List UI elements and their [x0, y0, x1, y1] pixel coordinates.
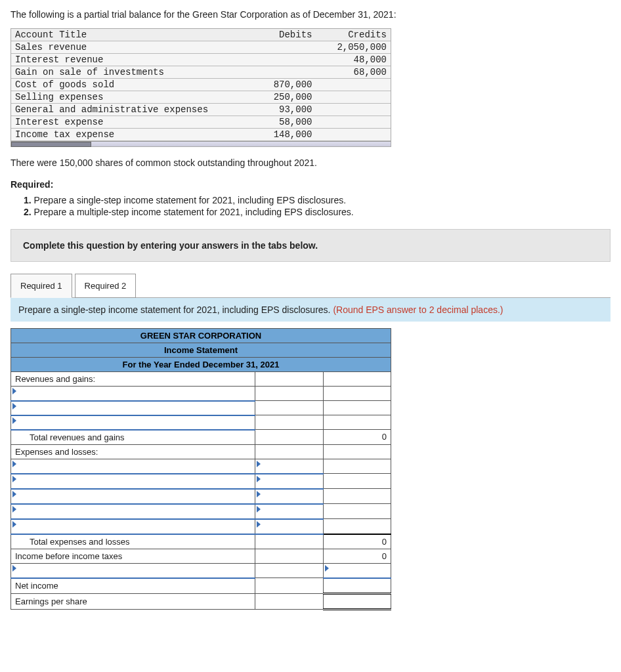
- total-exp-value: 0: [323, 534, 391, 549]
- amount-input[interactable]: [259, 476, 318, 486]
- exp-item-select-5[interactable]: [11, 519, 255, 534]
- col-credits: Credits: [316, 29, 391, 41]
- requirement-1-text: Prepare a single-step income statement f…: [34, 195, 346, 205]
- cell-credit: 2,050,000: [316, 41, 391, 54]
- cell-credit: [316, 91, 391, 104]
- requirement-1: 1. Prepare a single-step income statemen…: [24, 195, 610, 205]
- exp-amt-1[interactable]: [255, 459, 323, 474]
- income-statement-worksheet: GREEN STAR CORPORATION Income Statement …: [11, 328, 391, 610]
- rev-item-select-3[interactable]: [11, 415, 255, 430]
- exp-item-select-3[interactable]: [11, 489, 255, 504]
- income-before-tax-value: 0: [323, 549, 391, 563]
- amount-input[interactable]: [328, 566, 387, 576]
- cell-debit: 148,000: [242, 129, 316, 141]
- row-eps: Earnings per share: [11, 593, 255, 609]
- instruction-main: Prepare a single-step income statement f…: [18, 304, 333, 315]
- rev-item-select-2[interactable]: [11, 401, 255, 415]
- amount-input[interactable]: [259, 507, 318, 516]
- exp-item-select-2[interactable]: [11, 474, 255, 489]
- blank-cell: [323, 459, 391, 474]
- blank-cell: [323, 474, 391, 489]
- exp-amt-3[interactable]: [255, 489, 323, 504]
- rev-amt-2[interactable]: [255, 401, 323, 415]
- cell-credit: 68,000: [316, 66, 391, 79]
- row-income-before-tax: Income before income taxes: [11, 549, 255, 563]
- col-account-title: Account Title: [11, 29, 242, 41]
- row-net-income: Net income: [11, 578, 255, 594]
- blank-cell: [323, 401, 391, 415]
- blank-cell: [323, 504, 391, 519]
- ws-title-period: For the Year Ended December 31, 2021: [11, 358, 391, 372]
- blank-cell: [323, 372, 391, 387]
- amount-input[interactable]: [259, 522, 318, 532]
- tab-instruction: Prepare a single-step income statement f…: [11, 297, 610, 322]
- shares-note: There were 150,000 shares of common stoc…: [11, 156, 610, 170]
- blank-cell: [255, 444, 323, 459]
- table-row: Sales revenue2,050,000: [11, 41, 391, 54]
- exp-amt-4[interactable]: [255, 504, 323, 519]
- cell-title: Cost of goods sold: [11, 79, 242, 91]
- blank-cell: [323, 444, 391, 459]
- rev-amt-1[interactable]: [255, 387, 323, 401]
- cell-debit: 250,000: [242, 91, 316, 104]
- amount-input[interactable]: [259, 388, 318, 398]
- table-row: General and administrative expenses93,00…: [11, 104, 391, 116]
- exp-item-select-4[interactable]: [11, 504, 255, 519]
- net-income-value[interactable]: [323, 578, 391, 594]
- exp-amt-5[interactable]: [255, 519, 323, 534]
- required-heading: Required:: [11, 179, 610, 190]
- table-row: Selling expenses250,000: [11, 91, 391, 104]
- blank-cell: [323, 415, 391, 430]
- requirement-2: 2. Prepare a multiple-step income statem…: [24, 207, 610, 217]
- amount-input[interactable]: [328, 581, 387, 591]
- blank-cell: [255, 549, 323, 563]
- tab-required-2[interactable]: Required 2: [75, 274, 137, 298]
- cell-credit: [316, 79, 391, 91]
- tab-bar: Required 1 Required 2: [11, 274, 610, 298]
- exp-item-select-1[interactable]: [11, 459, 255, 474]
- cell-credit: [316, 104, 391, 116]
- cell-debit: [242, 54, 316, 66]
- exp-amt-2[interactable]: [255, 474, 323, 489]
- instruction-banner: Complete this question by entering your …: [11, 229, 610, 262]
- row-total-expenses: Total expenses and losses: [11, 534, 255, 549]
- total-rev-value: 0: [323, 430, 391, 445]
- blank-cell: [255, 534, 323, 549]
- tax-item-select[interactable]: [11, 563, 255, 578]
- cell-title: Gain on sale of investments: [11, 66, 242, 79]
- table-row: Interest expense58,000: [11, 116, 391, 129]
- intro-text: The following is a partial trial balance…: [11, 8, 610, 22]
- ws-title-statement: Income Statement: [11, 343, 391, 358]
- cell-debit: 93,000: [242, 104, 316, 116]
- cell-credit: [316, 116, 391, 129]
- cell-debit: [242, 66, 316, 79]
- blank-cell: [255, 430, 323, 445]
- eps-value[interactable]: [323, 593, 391, 609]
- rev-item-select-1[interactable]: [11, 387, 255, 401]
- row-total-revenues: Total revenues and gains: [11, 430, 255, 445]
- col-debits: Debits: [242, 29, 316, 41]
- amount-input[interactable]: [328, 597, 387, 606]
- rev-amt-3[interactable]: [255, 415, 323, 430]
- cell-debit: 870,000: [242, 79, 316, 91]
- blank-cell: [255, 563, 323, 578]
- cell-title: General and administrative expenses: [11, 104, 242, 116]
- amount-input[interactable]: [259, 461, 318, 471]
- cell-debit: 58,000: [242, 116, 316, 129]
- row-revenues-gains: Revenues and gains:: [11, 372, 255, 387]
- cell-title: Income tax expense: [11, 129, 242, 141]
- tax-amt[interactable]: [323, 563, 391, 578]
- trial-balance-panel: Account Title Debits Credits Sales reven…: [11, 28, 391, 147]
- cell-title: Interest revenue: [11, 54, 242, 66]
- amount-input[interactable]: [259, 403, 318, 413]
- horizontal-scrollbar[interactable]: [11, 141, 391, 146]
- requirements-list: 1. Prepare a single-step income statemen…: [11, 195, 610, 217]
- blank-cell: [323, 519, 391, 534]
- amount-input[interactable]: [259, 417, 318, 427]
- instruction-hint: (Round EPS answer to 2 decimal places.): [333, 304, 503, 315]
- cell-debit: [242, 41, 316, 54]
- amount-input[interactable]: [259, 492, 318, 501]
- tab-required-1[interactable]: Required 1: [11, 274, 72, 298]
- cell-title: Interest expense: [11, 116, 242, 129]
- cell-credit: [316, 129, 391, 141]
